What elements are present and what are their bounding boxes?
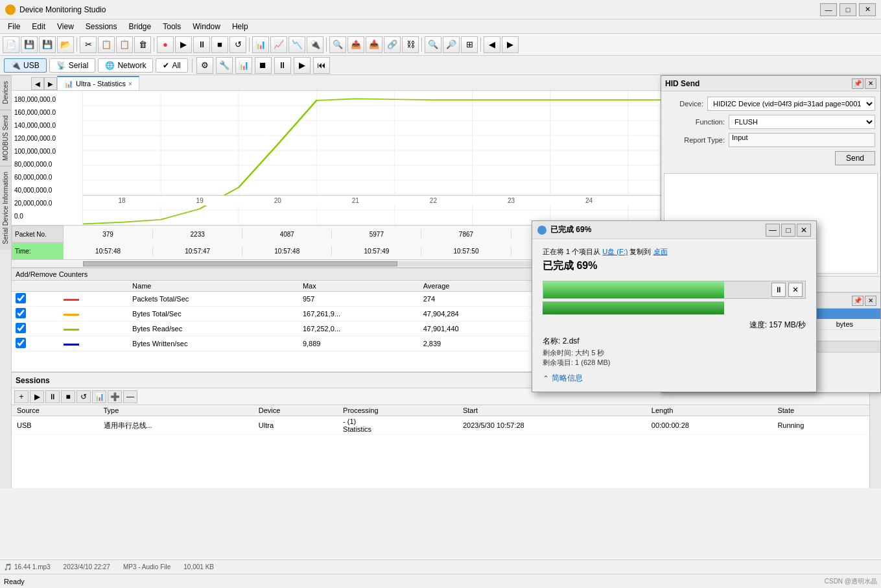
pause-btn[interactable]: ⏸ (193, 36, 210, 53)
copy-btn[interactable]: 📋 (98, 36, 115, 53)
progress-dest-link[interactable]: 桌面 (653, 248, 668, 255)
prog-pause-btn[interactable]: ⏸ (771, 283, 786, 297)
sess-col-length: Length (646, 405, 773, 416)
fit-btn[interactable]: ⊞ (461, 36, 478, 53)
import-btn[interactable]: 📥 (366, 36, 382, 53)
prog-cancel-btn[interactable]: ✕ (788, 283, 803, 297)
menu-item-window[interactable]: Window (187, 21, 226, 32)
sel-pin-btn[interactable]: 📌 (852, 296, 863, 306)
menu-item-bridge[interactable]: Bridge (124, 21, 157, 32)
open-btn[interactable]: 📂 (57, 36, 74, 53)
sess-play-btn[interactable]: ▶ (30, 390, 44, 403)
save-btn[interactable]: 💾 (21, 36, 38, 53)
sep3 (249, 38, 250, 52)
usb-type-btn[interactable]: 🔌 USB (4, 58, 47, 73)
connect-btn[interactable]: 🔗 (384, 36, 401, 53)
counter-check-2[interactable] (16, 308, 26, 318)
hid-send-btn[interactable]: Send (835, 151, 875, 165)
zoom-out-btn[interactable]: 🔎 (443, 36, 460, 53)
counter-check-1[interactable] (16, 293, 26, 303)
progress-collapse-btn[interactable]: ⌃ 简略信息 (543, 373, 806, 384)
prog-close-btn[interactable]: ✕ (797, 224, 811, 237)
type-extra3[interactable]: 📊 (235, 57, 252, 74)
monitor3-btn[interactable]: 📉 (288, 36, 305, 53)
usb-btn[interactable]: 🔌 (307, 36, 323, 53)
hid-device-select[interactable]: HIDI2C Device (vid=04f3 pid=31ad page=00… (707, 97, 875, 111)
sidebar-tab-modbus[interactable]: MODBUS Send (0, 110, 11, 166)
menu-item-file[interactable]: File (3, 21, 25, 32)
hid-pin-btn[interactable]: 📌 (852, 78, 863, 89)
menu-item-sessions[interactable]: Sessions (80, 21, 123, 32)
counter-check-3[interactable] (16, 323, 26, 333)
play-btn[interactable]: ▶ (175, 36, 192, 53)
status-text: Ready (4, 578, 25, 585)
all-type-btn[interactable]: ✔ All (156, 58, 187, 73)
prog-max-btn[interactable]: □ (781, 224, 795, 237)
minimize-btn[interactable]: — (820, 3, 837, 16)
sel-close-btn[interactable]: ✕ (865, 296, 876, 306)
disconnect-btn[interactable]: ⛓ (402, 36, 419, 53)
record-btn[interactable]: ● (157, 36, 174, 53)
tab-prev-btn[interactable]: ◀ (31, 77, 44, 90)
progress-source-link[interactable]: U盘 (F:) (602, 248, 628, 255)
y-label-2: 160,000,000.0 (14, 109, 80, 116)
progress-second-bar (543, 301, 724, 314)
menu-item-help[interactable]: Help (227, 21, 253, 32)
sess-new-btn[interactable]: ➕ (108, 390, 122, 403)
zoom-in-btn[interactable]: 🔍 (425, 36, 441, 53)
back-btn[interactable]: ◀ (484, 36, 500, 53)
network-type-btn[interactable]: 🌐 Network (98, 58, 153, 73)
maximize-btn[interactable]: □ (840, 3, 856, 16)
counter-check-4[interactable] (16, 338, 26, 348)
x-18: 18 (118, 197, 125, 204)
sess-stop-btn[interactable]: ■ (61, 390, 75, 403)
status-right: CSDN @透明水晶 (825, 577, 877, 586)
tab-close-btn[interactable]: × (128, 80, 132, 88)
tab-statistics[interactable]: 📊 Ultra - Statistics × (57, 76, 139, 90)
sess-pause-btn[interactable]: ⏸ (45, 390, 60, 403)
stop-btn[interactable]: ■ (211, 36, 228, 53)
file-type: MP3 - Audio File (123, 563, 170, 570)
prog-min-btn[interactable]: — (766, 224, 780, 237)
filter-btn[interactable]: 🔍 (329, 36, 346, 53)
file-size: 10,001 KB (183, 563, 214, 570)
type-extra1[interactable]: ⚙ (196, 57, 213, 74)
sess-col-start: Start (458, 405, 646, 416)
time-label: Time: (12, 242, 64, 259)
type-extra6[interactable]: ▶ (294, 57, 311, 74)
col-max: Max (299, 281, 419, 292)
cut-btn[interactable]: ✂ (80, 36, 97, 53)
type-extra7[interactable]: ⏮ (313, 57, 330, 74)
monitor2-btn[interactable]: 📈 (270, 36, 287, 53)
sess-add-btn[interactable]: + (14, 390, 29, 403)
sess-chart-btn[interactable]: 📊 (92, 390, 106, 403)
sess-replay-btn[interactable]: ↺ (76, 390, 91, 403)
type-extra4[interactable]: ⏹ (255, 57, 272, 74)
new-btn[interactable]: 📄 (3, 36, 19, 53)
menu-item-tools[interactable]: Tools (158, 21, 186, 32)
sess-remove-btn[interactable]: — (123, 390, 137, 403)
hscroll-thumb[interactable] (83, 261, 397, 266)
monitor-btn[interactable]: 📊 (252, 36, 269, 53)
replay-btn[interactable]: ↺ (229, 36, 246, 53)
close-btn[interactable]: ✕ (859, 3, 876, 16)
progress-speed: 速度: 157 MB/秒 (543, 320, 806, 331)
hid-form: Device: HIDI2C Device (vid=04f3 pid=31ad… (661, 91, 880, 171)
sidebar-tab-serial[interactable]: Serial Device Information (0, 166, 11, 250)
serial-type-btn[interactable]: 📡 Serial (49, 58, 96, 73)
network-type-icon: 🌐 (105, 61, 115, 70)
forward-btn[interactable]: ▶ (502, 36, 519, 53)
type-extra2[interactable]: 🔧 (216, 57, 233, 74)
export-btn[interactable]: 📤 (347, 36, 364, 53)
tab-next-btn[interactable]: ▶ (44, 77, 57, 90)
type-extra5[interactable]: ⏸ (274, 57, 291, 74)
paste-btn[interactable]: 📋 (116, 36, 133, 53)
save-as-btn[interactable]: 💾 (39, 36, 56, 53)
hid-close-btn[interactable]: ✕ (865, 78, 876, 89)
hid-function-select[interactable]: FLUSH (729, 115, 875, 129)
pv-1: 379 (64, 229, 153, 239)
menu-item-edit[interactable]: Edit (27, 21, 51, 32)
delete-btn[interactable]: 🗑 (134, 36, 151, 53)
sidebar-tab-devices[interactable]: Devices (0, 75, 11, 110)
menu-item-view[interactable]: View (52, 21, 79, 32)
